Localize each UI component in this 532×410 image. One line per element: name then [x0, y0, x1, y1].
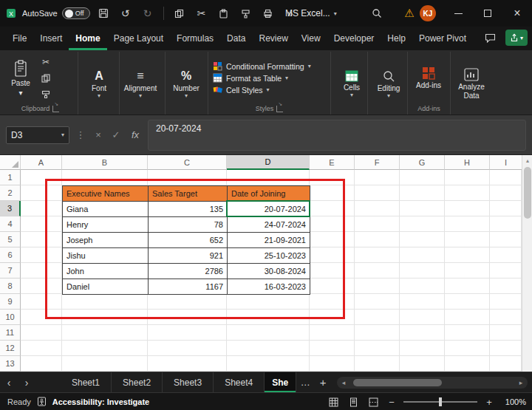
column-header-a[interactable]: A: [21, 155, 62, 170]
row-header-11[interactable]: 11: [0, 325, 21, 341]
name-box[interactable]: D3 ▾: [6, 126, 69, 144]
sheet-tab-sheet1[interactable]: Sheet1: [61, 372, 112, 392]
tab-view[interactable]: View: [295, 27, 327, 50]
zoom-slider[interactable]: [403, 401, 477, 403]
autosave-toggle[interactable]: Off: [62, 7, 90, 19]
tab-formulas[interactable]: Formulas: [170, 27, 220, 50]
alignment-button[interactable]: ≡ Alignment ▾: [121, 53, 160, 115]
column-header-f[interactable]: F: [355, 155, 400, 170]
table-cell[interactable]: 2786: [149, 264, 228, 279]
table-cell[interactable]: Giana: [63, 202, 149, 217]
scroll-left-icon[interactable]: ◂: [337, 379, 350, 386]
row-header-8[interactable]: 8: [0, 279, 21, 294]
table-cell[interactable]: 135: [149, 202, 228, 217]
table-cell[interactable]: Jishu: [63, 248, 149, 264]
table-header-cell[interactable]: Date of Joining: [228, 186, 310, 202]
column-header-b[interactable]: B: [62, 155, 148, 170]
tab-power-pivot[interactable]: Power Pivot: [412, 27, 473, 50]
cancel-icon[interactable]: ×: [92, 129, 105, 140]
table-cell[interactable]: John: [63, 264, 149, 279]
table-cell[interactable]: 78: [149, 217, 228, 233]
page-layout-view-icon[interactable]: [347, 395, 360, 409]
column-header-c[interactable]: C: [148, 155, 227, 170]
table-cell[interactable]: 21-09-2021: [228, 233, 310, 248]
tab-help[interactable]: Help: [381, 27, 412, 50]
horizontal-scrollbar-thumb[interactable]: [353, 379, 442, 386]
formula-input[interactable]: 20-07-2024: [148, 120, 526, 151]
enter-check-icon[interactable]: ✓: [109, 129, 123, 140]
vertical-scrollbar-thumb[interactable]: [524, 167, 531, 219]
row-header-5[interactable]: 5: [0, 232, 21, 247]
undo-button[interactable]: ↺: [117, 4, 134, 23]
more-sheets-icon[interactable]: …: [296, 372, 314, 392]
column-header-g[interactable]: G: [400, 155, 445, 170]
table-cell[interactable]: 25-10-2023: [228, 248, 310, 264]
normal-view-icon[interactable]: [327, 395, 340, 409]
conditional-formatting-button[interactable]: Conditional Formatting ▾: [213, 61, 326, 71]
font-button[interactable]: A Font ▾: [80, 53, 118, 115]
sheet-tab-sheet2[interactable]: Sheet2: [112, 372, 163, 392]
table-cell[interactable]: 921: [149, 248, 228, 264]
row-header-3[interactable]: 3: [0, 201, 21, 216]
table-cell[interactable]: Henry: [63, 217, 149, 233]
format-painter-icon[interactable]: [237, 4, 255, 23]
editing-button[interactable]: Editing ▾: [369, 53, 408, 115]
cut-icon[interactable]: ✂: [193, 4, 211, 23]
redo-button[interactable]: ↻: [139, 4, 157, 23]
vertical-scrollbar[interactable]: ▴: [522, 155, 532, 372]
insert-function-icon[interactable]: fx: [127, 129, 143, 140]
table-cell[interactable]: 24-07-2024: [228, 217, 310, 233]
tab-developer[interactable]: Developer: [327, 27, 381, 50]
row-header-7[interactable]: 7: [0, 263, 21, 279]
comments-icon[interactable]: [480, 30, 499, 46]
scroll-up-icon[interactable]: ▴: [522, 155, 532, 165]
sheet-next-icon[interactable]: ›: [18, 372, 35, 392]
paste-icon[interactable]: [215, 4, 233, 23]
zoom-out-icon[interactable]: −: [386, 397, 397, 408]
table-cell-selected[interactable]: 20-07-2024: [228, 202, 310, 217]
accessibility-status[interactable]: Accessibility: Investigate: [52, 397, 149, 406]
column-header-h[interactable]: H: [445, 155, 490, 170]
tab-page-layout[interactable]: Page Layout: [107, 27, 170, 50]
cell-grid[interactable]: Executive Names Sales Target Date of Joi…: [21, 170, 522, 372]
tab-home[interactable]: Home: [69, 27, 106, 50]
copy-icon[interactable]: [171, 4, 188, 23]
avatar[interactable]: KJ: [420, 5, 436, 21]
row-header-4[interactable]: 4: [0, 216, 21, 232]
clipboard-dialog-launcher-icon[interactable]: [52, 106, 59, 112]
sheet-tab-sheet4[interactable]: Sheet4: [214, 372, 265, 392]
add-ins-button[interactable]: Add-ins: [409, 53, 448, 103]
row-header-9[interactable]: 9: [0, 294, 21, 310]
column-header-d[interactable]: D: [227, 155, 310, 170]
sheet-tab-sheet3[interactable]: Sheet3: [163, 372, 214, 392]
column-header-e[interactable]: E: [310, 155, 355, 170]
column-header-i[interactable]: I: [490, 155, 522, 170]
zoom-slider-thumb[interactable]: [439, 397, 442, 406]
save-button[interactable]: [95, 4, 112, 23]
copy-icon[interactable]: [38, 72, 53, 84]
close-button[interactable]: ×: [502, 0, 532, 27]
number-button[interactable]: % Number ▾: [167, 53, 205, 115]
share-button[interactable]: ▾: [505, 30, 528, 46]
row-header-13[interactable]: 13: [0, 356, 21, 372]
search-icon[interactable]: [368, 4, 386, 23]
tab-insert[interactable]: Insert: [33, 27, 69, 50]
print-icon[interactable]: [259, 4, 277, 23]
page-break-view-icon[interactable]: [366, 395, 380, 409]
zoom-percentage[interactable]: 100%: [501, 397, 526, 406]
minimize-button[interactable]: [443, 0, 473, 27]
sheet-tab-active[interactable]: She: [265, 372, 296, 392]
tab-file[interactable]: File: [6, 27, 33, 50]
table-cell[interactable]: 16-03-2023: [228, 279, 310, 295]
table-cell[interactable]: 652: [149, 233, 228, 248]
styles-dialog-launcher-icon[interactable]: [276, 106, 283, 112]
window-title[interactable]: MS Excel... ▾: [285, 0, 337, 27]
row-header-2[interactable]: 2: [0, 185, 21, 201]
horizontal-scrollbar[interactable]: ◂ ▸: [337, 377, 528, 389]
cut-icon[interactable]: ✂: [38, 55, 53, 68]
table-cell[interactable]: 1167: [149, 279, 228, 295]
tab-data[interactable]: Data: [220, 27, 252, 50]
cell-styles-button[interactable]: Cell Styles ▾: [213, 85, 326, 95]
scroll-right-icon[interactable]: ▸: [514, 379, 528, 386]
add-sheet-button[interactable]: +: [314, 372, 332, 392]
